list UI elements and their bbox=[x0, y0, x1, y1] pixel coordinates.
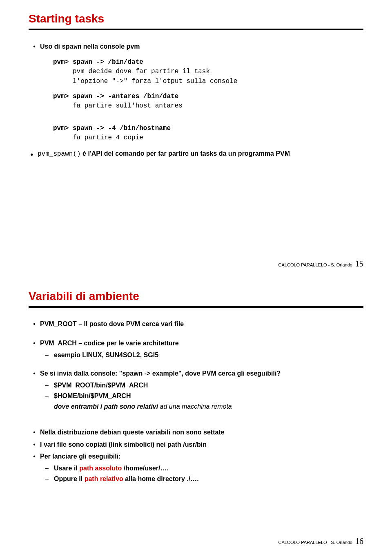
bullet-marker bbox=[29, 319, 40, 329]
bullet-marker bbox=[45, 380, 54, 390]
slide-2: Variabili di ambiente PVM_ROOT – Il post… bbox=[0, 278, 392, 555]
bullet-text: Se si invia dalla console: "spawn -> exa… bbox=[40, 369, 363, 378]
bullet-item: PVM_ROOT – Il posto dove PVM cerca vari … bbox=[29, 319, 363, 329]
slide-footer: CALCOLO PARALLELO - S. Orlando 16 bbox=[278, 537, 363, 546]
code-line: pvm> spawn -> /bin/date bbox=[53, 58, 363, 67]
text-fragment: dove entrambi i path sono relativi bbox=[54, 403, 158, 410]
page-number: 15 bbox=[355, 259, 363, 268]
title-rule bbox=[29, 306, 363, 308]
sub-bullet: esempio LINUX, SUN4SOL2, SGI5 bbox=[45, 350, 363, 360]
footer-label: CALCOLO PARALLELO - S. Orlando bbox=[278, 262, 352, 267]
bullet-text: PVM_ARCH – codice per le varie architett… bbox=[40, 338, 363, 348]
page-number: 16 bbox=[355, 537, 363, 546]
bullet-text: esempio LINUX, SUN4SOL2, SGI5 bbox=[54, 350, 363, 360]
text-fragment: pvm decide dove far partire il task bbox=[73, 68, 210, 75]
bullet-item: Se si invia dalla console: "spawn -> exa… bbox=[29, 369, 363, 378]
code-inline: pvm_spawn() bbox=[38, 150, 81, 158]
slide-footer: CALCOLO PARALLELO - S. Orlando 15 bbox=[278, 259, 363, 269]
bullet-item: Per lanciare gli eseguibili: bbox=[29, 452, 363, 461]
code-line: pvm> spawn -> -4 /bin/hostname bbox=[53, 124, 363, 133]
text-fragment: ad una macchina remota bbox=[158, 403, 232, 410]
text-fragment: l'opzione "->" forza l'otput sulla conso… bbox=[73, 78, 237, 85]
bullet-marker bbox=[29, 440, 40, 449]
bullet-text: PVM_ROOT – Il posto dove PVM cerca vari … bbox=[40, 319, 363, 329]
bullet-marker bbox=[29, 427, 40, 437]
text-fragment: nella console pvm bbox=[81, 43, 140, 50]
bullet-marker bbox=[45, 350, 54, 360]
footer-label: CALCOLO PARALLELO - S. Orlando bbox=[278, 540, 352, 545]
bullet-marker bbox=[29, 452, 40, 461]
code-block: pvm> spawn -> -antares /bin/date fa part… bbox=[53, 92, 363, 111]
text-fragment: Uso di bbox=[40, 43, 62, 50]
bullet-marker bbox=[26, 149, 38, 161]
bullet-item: Uso di spawn nella console pvm bbox=[29, 42, 363, 52]
code-line: l'opzione "->" forza l'otput sulla conso… bbox=[73, 77, 363, 86]
sub-bullet: Oppure il path relativo alla home direct… bbox=[45, 474, 363, 483]
bullet-text: $PVM_ROOT/bin/$PVM_ARCH bbox=[54, 380, 363, 390]
title-rule bbox=[29, 29, 363, 30]
slide-content: Uso di spawn nella console pvm pvm> spaw… bbox=[29, 42, 363, 161]
sub-bullet: Usare il path assoluto /home/user/…. bbox=[45, 463, 363, 473]
note-line: dove entrambi i path sono relativi ad un… bbox=[54, 402, 363, 411]
bullet-item: Nella distribuzione debian queste variab… bbox=[29, 427, 363, 437]
bullet-marker bbox=[45, 474, 54, 483]
code-line: pvm> spawn -> -antares /bin/date bbox=[53, 92, 363, 101]
bullet-text: Oppure il path relativo alla home direct… bbox=[54, 474, 363, 483]
bullet-text: I vari file sono copiati (link simbolici… bbox=[40, 440, 363, 449]
code-line: fa partire 4 copie bbox=[73, 133, 363, 143]
slide-title: Starting tasks bbox=[29, 12, 363, 25]
text-fragment: alla home directory ./…. bbox=[123, 475, 199, 482]
text-fragment: /home/user/…. bbox=[122, 465, 169, 472]
bullet-text: $HOME/bin/$PVM_ARCH bbox=[54, 391, 363, 401]
text-fragment: è l'API del comando per far partire un t… bbox=[81, 150, 290, 157]
code-inline: spawn bbox=[62, 43, 81, 51]
bullet-marker bbox=[45, 391, 54, 401]
text-fragment: Usare il bbox=[54, 465, 79, 472]
bullet-marker bbox=[29, 369, 40, 378]
highlight-text: path assoluto bbox=[79, 465, 122, 472]
bullet-item: I vari file sono copiati (link simbolici… bbox=[29, 440, 363, 449]
text-fragment: Oppure il bbox=[54, 475, 85, 482]
sub-bullet: $PVM_ROOT/bin/$PVM_ARCH bbox=[45, 380, 363, 390]
bullet-marker bbox=[45, 463, 54, 473]
sub-bullet: $HOME/bin/$PVM_ARCH bbox=[45, 391, 363, 401]
code-line: pvm decide dove far partire il task bbox=[73, 67, 363, 76]
bullet-item: PVM_ARCH – codice per le varie architett… bbox=[29, 338, 363, 348]
bullet-text: Uso di spawn nella console pvm bbox=[40, 42, 363, 52]
slide-content: PVM_ROOT – Il posto dove PVM cerca vari … bbox=[29, 319, 363, 483]
bullet-text: Per lanciare gli eseguibili: bbox=[40, 452, 363, 461]
code-line: fa partire sull'host antares bbox=[73, 101, 363, 111]
code-block: pvm> spawn -> /bin/date pvm decide dove … bbox=[53, 58, 363, 86]
slide-1: Starting tasks Uso di spawn nella consol… bbox=[0, 0, 392, 278]
bullet-text: Nella distribuzione debian queste variab… bbox=[40, 427, 363, 437]
bullet-text: pvm_spawn() è l'API del comando per far … bbox=[38, 149, 363, 161]
highlight-text: path relativo bbox=[85, 475, 123, 482]
bullet-item: pvm_spawn() è l'API del comando per far … bbox=[26, 149, 363, 161]
slide-title: Variabili di ambiente bbox=[29, 290, 363, 303]
code-block: pvm> spawn -> -4 /bin/hostname fa partir… bbox=[53, 124, 363, 143]
bullet-marker bbox=[29, 338, 40, 348]
bullet-marker bbox=[29, 42, 40, 52]
bullet-text: Usare il path assoluto /home/user/…. bbox=[54, 463, 363, 473]
